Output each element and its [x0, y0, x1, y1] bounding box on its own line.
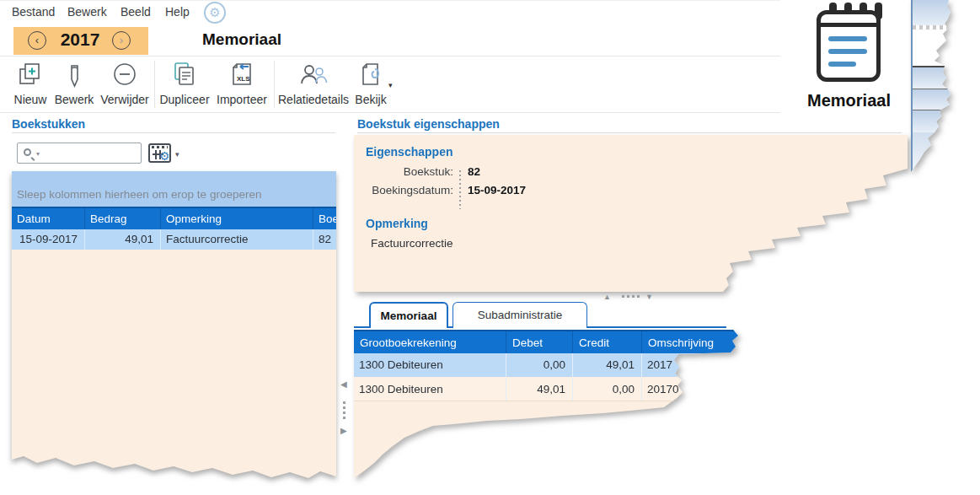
search-input[interactable]	[45, 144, 139, 162]
cell-grootboekrekening: 1300 Debiteuren	[354, 378, 506, 401]
import-xls-icon: XLS	[214, 61, 270, 91]
import-button[interactable]: XLS Importeer	[214, 61, 270, 106]
import-button-label: Importeer	[214, 93, 270, 106]
chevron-down-icon[interactable]: ▾	[175, 150, 179, 159]
divider	[0, 112, 780, 113]
column-header-bedrag[interactable]: Bedrag	[84, 208, 160, 229]
cell-grootboekrekening: 1300 Debiteuren	[354, 353, 506, 377]
cell-debet: 49,01	[506, 378, 572, 401]
cell-credit: 49,01	[572, 353, 641, 377]
table-row[interactable]: 1300 Debiteuren 0,00 49,01 2017	[354, 353, 740, 377]
properties-panel: Eigenschappen Boekstuk: 82 Boekingsdatum…	[354, 135, 908, 292]
document-paperclip-icon	[354, 61, 388, 91]
field-label-boekingsdatum: Boekingsdatum:	[354, 184, 453, 196]
column-header-debet[interactable]: Debet	[506, 331, 572, 353]
duplicate-button[interactable]: Dupliceer	[158, 61, 211, 106]
new-button-label: Nieuw	[12, 93, 49, 106]
splitter-collapse-left-icon[interactable]: ◀	[340, 379, 347, 389]
cell-bedrag: 49,01	[84, 229, 160, 250]
magnifier-icon	[24, 148, 31, 156]
view-button-label: Bekijk	[354, 93, 388, 106]
circle-minus-icon	[94, 61, 155, 91]
table-row[interactable]: 1300 Debiteuren 49,01 0,00 20170	[354, 378, 740, 401]
tab-subadministratie[interactable]: Subadministratie	[453, 302, 587, 328]
column-header-grootboekrekening[interactable]: Grootboekrekening	[354, 331, 506, 353]
comment-section-title: Opmerking	[366, 217, 428, 230]
cell-datum: 15-09-2017	[12, 229, 84, 250]
page-title: Memoriaal	[202, 30, 281, 49]
cell-omschrijving: 2017	[641, 353, 740, 377]
tab-memoriaal[interactable]: Memoriaal	[369, 302, 448, 328]
gear-icon: ⚙	[159, 150, 170, 162]
cell-credit: 0,00	[572, 378, 641, 401]
menu-bar: Bestand Bewerk Beeld Help ⚙	[0, 0, 780, 24]
app-window: Bestand Bewerk Beeld Help ⚙ ‹ 2017 › Mem…	[0, 0, 980, 495]
view-button[interactable]: Bekijk	[354, 61, 388, 106]
year-label: 2017	[52, 30, 108, 50]
left-grid-area: Sleep kolommen hierheen om erop te groep…	[12, 171, 336, 485]
search-caret-icon[interactable]: ▾	[36, 150, 40, 158]
column-header-omschrijving[interactable]: Omschrijving	[641, 331, 740, 353]
divider	[357, 132, 902, 133]
duplicate-icon	[158, 61, 211, 91]
menu-item-beeld[interactable]: Beeld	[120, 5, 151, 19]
year-navigator: ‹ 2017 ›	[13, 27, 148, 55]
right-panel-title: Boekstuk eigenschappen	[357, 117, 500, 131]
properties-section-title: Eigenschappen	[366, 145, 453, 159]
menu-item-bestand[interactable]: Bestand	[12, 5, 55, 19]
divider	[12, 132, 335, 133]
splitter-collapse-up-icon[interactable]: ▲	[603, 293, 611, 301]
group-by-band[interactable]: Sleep kolommen hierheen om erop te groep…	[12, 171, 336, 207]
svg-text:XLS: XLS	[237, 75, 250, 83]
delete-button-label: Verwijder	[94, 93, 155, 106]
journal-grid-area: Grootboekrekening Debet Credit Omschrijv…	[354, 330, 740, 482]
cell-omschrijving: 20170	[641, 378, 740, 401]
notepad-icon	[817, 10, 881, 82]
app-badge-label: Memoriaal	[788, 91, 910, 110]
toolbar-separator	[154, 61, 155, 108]
edit-button[interactable]: Bewerk	[52, 61, 96, 106]
cell-boekstuk: 82	[313, 229, 336, 250]
edit-button-label: Bewerk	[52, 93, 96, 106]
column-header-boekstuk[interactable]: Boe	[313, 208, 336, 229]
cell-opmerking: Factuurcorrectie	[160, 229, 313, 250]
field-label-boekstuk: Boekstuk:	[354, 165, 453, 178]
splitter-collapse-right-icon[interactable]: ▶	[340, 426, 347, 435]
menu-item-help[interactable]: Help	[165, 5, 190, 19]
relation-details-button[interactable]: Relatiedetails	[278, 61, 349, 106]
table-row[interactable]: 15-09-2017 49,01 Factuurcorrectie 82	[12, 229, 336, 250]
torn-window-fragment	[911, 0, 963, 179]
column-chooser-icon[interactable]: ⚙	[148, 143, 171, 163]
group-hint-text: Sleep kolommen hierheen om erop te groep…	[17, 188, 261, 201]
chevron-down-icon[interactable]: ▾	[388, 81, 393, 89]
new-icon	[12, 61, 49, 91]
chevron-right-icon[interactable]: ›	[112, 31, 131, 50]
chevron-left-icon[interactable]: ‹	[28, 31, 46, 50]
comment-text: Factuurcorrectie	[371, 237, 453, 250]
splitter-collapse-down-icon[interactable]: ▼	[645, 293, 653, 301]
delete-button[interactable]: Verwijder	[94, 61, 155, 106]
left-table-header: Datum Bedrag Opmerking Boe	[12, 207, 336, 229]
cell-debet: 0,00	[506, 353, 572, 377]
menu-item-bewerk[interactable]: Bewerk	[67, 5, 107, 19]
left-panel-title: Boekstukken	[12, 117, 85, 131]
column-header-credit[interactable]: Credit	[572, 331, 641, 353]
label-resize-grip[interactable]	[459, 170, 461, 209]
new-button[interactable]: Nieuw	[12, 61, 49, 106]
search-box: ▾	[17, 143, 142, 164]
field-value-boekstuk: 82	[468, 165, 480, 178]
relation-details-button-label: Relatiedetails	[278, 93, 349, 106]
pencil-icon	[52, 61, 96, 91]
people-icon	[278, 61, 349, 91]
journal-table-header: Grootboekrekening Debet Credit Omschrijv…	[354, 330, 740, 353]
divider	[0, 56, 780, 56]
splitter-grip[interactable]	[343, 401, 345, 420]
splitter-grip[interactable]	[622, 295, 640, 298]
field-value-boekingsdatum: 15-09-2017	[468, 184, 526, 196]
toolbar-separator	[274, 61, 275, 108]
column-header-datum[interactable]: Datum	[12, 208, 84, 229]
column-header-opmerking[interactable]: Opmerking	[160, 208, 313, 229]
duplicate-button-label: Dupliceer	[158, 93, 211, 106]
gear-icon[interactable]: ⚙	[204, 2, 226, 24]
